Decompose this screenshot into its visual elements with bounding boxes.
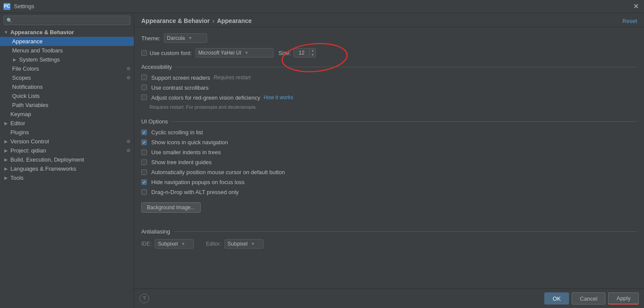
sidebar-item-scopes[interactable]: Scopes ⚙ — [0, 73, 134, 82]
apply-button[interactable]: Apply — [608, 292, 639, 305]
antialiasing-row: IDE: Subpixel ▼ Editor: Subpixel ▼ — [141, 239, 637, 249]
how-it-works-link[interactable]: How it works — [263, 94, 293, 101]
drag-drop-alt-label: Drag-n-Drop with ALT pressed only — [151, 189, 239, 195]
title-bar: PC Settings ✕ — [0, 0, 644, 13]
contrast-scrollbars-label: Use contrast scrollbars — [151, 84, 208, 91]
sidebar-item-appearance[interactable]: Appearance — [0, 37, 134, 46]
theme-label: Theme: — [141, 35, 160, 42]
screen-readers-row: Support screen readers Requires restart — [141, 75, 637, 81]
sidebar-item-system-settings[interactable]: ▶ System Settings — [0, 55, 134, 64]
size-down-arrow[interactable]: ▼ — [309, 53, 315, 57]
breadcrumb: Appearance & Behavior › Appearance — [141, 17, 252, 24]
accessibility-section: Accessibility Support screen readers Req… — [141, 64, 637, 110]
auto-mouse-cursor-row: Automatically position mouse cursor on d… — [141, 169, 637, 175]
sidebar-item-notifications[interactable]: Notifications — [0, 82, 134, 91]
content-header: Appearance & Behavior › Appearance Reset — [134, 13, 644, 27]
main-layout: 🔍 ▼ Appearance & Behavior Appearance Men… — [0, 13, 644, 308]
breadcrumb-current: Appearance — [217, 17, 252, 24]
requires-restart-note: Requires restart — [214, 75, 250, 81]
close-button[interactable]: ✕ — [631, 2, 641, 10]
antialiasing-section-header: Antialiasing — [141, 228, 637, 235]
sidebar-item-label: System Settings — [19, 56, 60, 63]
drag-drop-alt-row: Drag-n-Drop with ALT pressed only — [141, 189, 637, 195]
ide-label: IDE: — [141, 241, 151, 247]
red-green-checkbox[interactable] — [141, 94, 147, 100]
config-icon: ⚙ — [127, 66, 130, 71]
sidebar-item-label: Quick Lists — [12, 93, 40, 99]
screen-readers-checkbox[interactable] — [141, 75, 147, 80]
expand-icon: ▶ — [3, 148, 9, 153]
drag-drop-alt-checkbox[interactable] — [141, 189, 147, 195]
editor-antialiasing-value: Subpixel — [228, 241, 247, 247]
sidebar-item-label: Languages & Frameworks — [10, 165, 76, 172]
sidebar-item-label: Path Variables — [12, 102, 49, 108]
sidebar-item-project-qidian[interactable]: ▶ Project: qidian ⚙ — [0, 146, 134, 155]
search-box[interactable]: 🔍 — [3, 16, 130, 25]
theme-dropdown[interactable]: Darcula ▼ — [164, 33, 207, 43]
font-dropdown[interactable]: Microsoft YaHei UI ▼ — [195, 48, 273, 58]
show-icons-nav-row: Show icons in quick navigation — [141, 139, 637, 146]
window-title: Settings — [14, 3, 631, 10]
contrast-scrollbars-checkbox[interactable] — [141, 84, 147, 90]
red-green-label: Adjust colors for red-green vision defic… — [151, 94, 260, 101]
sidebar-item-quick-lists[interactable]: Quick Lists — [0, 91, 134, 101]
sidebar-item-path-variables[interactable]: Path Variables — [0, 101, 134, 110]
auto-mouse-cursor-checkbox[interactable] — [141, 169, 147, 175]
sidebar: 🔍 ▼ Appearance & Behavior Appearance Men… — [0, 13, 134, 308]
ok-button[interactable]: OK — [544, 292, 569, 305]
config-icon: ⚙ — [127, 75, 130, 80]
sidebar-item-label: Notifications — [12, 84, 43, 90]
reset-button[interactable]: Reset — [622, 18, 637, 24]
sidebar-item-plugins[interactable]: Plugins — [0, 128, 134, 137]
contrast-scrollbars-row: Use contrast scrollbars — [141, 84, 637, 91]
content-area: Appearance & Behavior › Appearance Reset… — [134, 13, 644, 308]
expand-icon: ▶ — [3, 139, 9, 144]
sidebar-item-label: Appearance & Behavior — [10, 29, 74, 36]
expand-icon: ▶ — [3, 121, 9, 126]
antialiasing-title: Antialiasing — [141, 228, 170, 235]
content-scroll: Theme: Darcula ▼ Use custom font: Micros… — [134, 27, 644, 289]
size-input[interactable] — [294, 49, 309, 57]
custom-font-checkbox-wrap: Use custom font: — [141, 50, 192, 56]
help-button[interactable]: ? — [140, 294, 149, 303]
sidebar-item-menus-toolbars[interactable]: Menus and Toolbars — [0, 46, 134, 55]
sidebar-item-editor[interactable]: ▶ Editor — [0, 119, 134, 128]
sidebar-item-label: Build, Execution, Deployment — [10, 156, 84, 163]
chevron-down-icon: ▼ — [251, 242, 255, 246]
sidebar-item-version-control[interactable]: ▶ Version Control ⚙ — [0, 137, 134, 146]
sidebar-item-keymap[interactable]: Keymap — [0, 110, 134, 119]
expand-icon: ▶ — [3, 175, 9, 180]
search-input[interactable] — [14, 17, 127, 23]
sidebar-item-languages-frameworks[interactable]: ▶ Languages & Frameworks — [0, 164, 134, 173]
hide-nav-popups-checkbox[interactable] — [141, 179, 147, 185]
sidebar-item-label: Plugins — [10, 129, 29, 136]
custom-font-label: Use custom font: — [150, 50, 192, 56]
show-icons-nav-checkbox[interactable] — [141, 139, 147, 145]
cyclic-scroll-checkbox[interactable] — [141, 130, 147, 135]
sidebar-item-build-execution[interactable]: ▶ Build, Execution, Deployment — [0, 155, 134, 164]
editor-antialiasing-dropdown[interactable]: Subpixel ▼ — [224, 239, 263, 249]
breadcrumb-parent: Appearance & Behavior — [141, 17, 210, 24]
tree-indent-guides-checkbox[interactable] — [141, 159, 147, 165]
chevron-down-icon: ▼ — [181, 242, 185, 246]
sidebar-item-label: Project: qidian — [10, 147, 46, 154]
smaller-indents-checkbox[interactable] — [141, 149, 147, 155]
ide-antialiasing-dropdown[interactable]: Subpixel ▼ — [155, 239, 194, 249]
config-icon: ⚙ — [127, 139, 130, 144]
accessibility-title: Accessibility — [141, 64, 172, 70]
theme-row: Theme: Darcula ▼ — [141, 33, 637, 43]
section-divider — [171, 121, 637, 122]
sidebar-item-appearance-behavior[interactable]: ▼ Appearance & Behavior — [0, 28, 134, 37]
red-green-row: Adjust colors for red-green vision defic… — [141, 94, 637, 101]
background-image-button[interactable]: Background Image... — [141, 202, 201, 213]
sidebar-item-label: Menus and Toolbars — [12, 47, 63, 54]
sidebar-item-label: Keymap — [10, 111, 31, 117]
custom-font-checkbox[interactable] — [141, 50, 147, 56]
show-icons-nav-label: Show icons in quick navigation — [151, 139, 228, 146]
sidebar-item-file-colors[interactable]: File Colors ⚙ — [0, 64, 134, 73]
size-up-arrow[interactable]: ▲ — [309, 49, 315, 53]
cancel-button[interactable]: Cancel — [572, 292, 605, 305]
auto-mouse-cursor-label: Automatically position mouse cursor on d… — [151, 169, 285, 175]
expand-icon: ▶ — [3, 157, 9, 162]
sidebar-item-tools[interactable]: ▶ Tools — [0, 173, 134, 182]
